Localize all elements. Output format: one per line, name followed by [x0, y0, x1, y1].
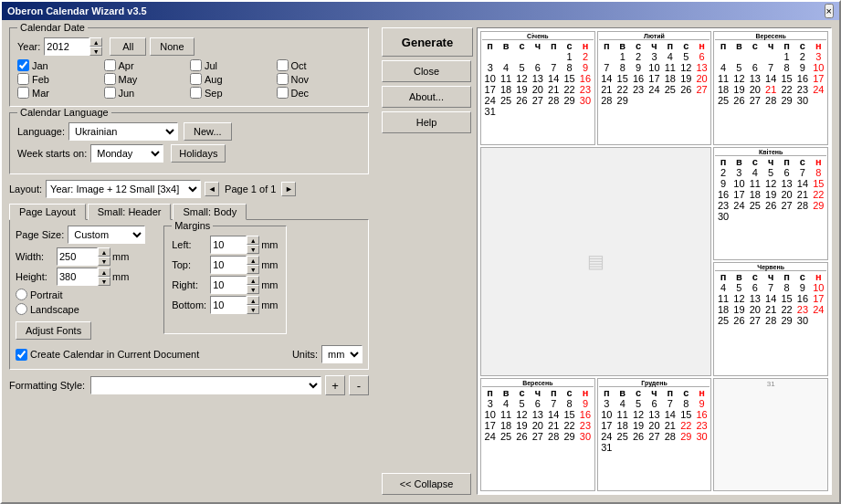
units-row: Units: mm	[292, 345, 363, 363]
month-aug-label: Aug	[205, 74, 223, 85]
month-dec-label: Dec	[291, 88, 310, 99]
page-next-button[interactable]: ►	[281, 182, 296, 196]
top-margin-input[interactable]	[210, 256, 247, 274]
year-up-button[interactable]: ▲	[89, 37, 102, 47]
window-close-button[interactable]: ×	[825, 4, 834, 18]
left-margin-down[interactable]: ▼	[247, 245, 259, 254]
right-margin-row: Right: ▲ ▼ mm	[172, 276, 278, 294]
landscape-row: Landscape	[16, 303, 145, 315]
month-apr-checkbox[interactable]	[104, 59, 116, 71]
page-prev-button[interactable]: ◄	[205, 182, 219, 196]
language-label: Language:	[17, 126, 65, 137]
month-nov: Nov	[277, 73, 352, 85]
landscape-option: Landscape	[16, 303, 79, 315]
about-button[interactable]: About...	[382, 86, 471, 108]
width-down[interactable]: ▼	[98, 257, 110, 266]
portrait-radio[interactable]	[16, 289, 27, 300]
margins-title: Margins	[172, 220, 213, 231]
layout-select[interactable]: Year: Image + 12 Small [3x4]	[46, 180, 201, 198]
top-margin-label: Top:	[172, 259, 210, 270]
month-feb-checkbox[interactable]	[17, 73, 29, 85]
month-dec-checkbox[interactable]	[277, 87, 289, 99]
month-jun-checkbox[interactable]	[104, 87, 116, 99]
month-aug-checkbox[interactable]	[190, 73, 202, 85]
adjust-fonts-button[interactable]: Adjust Fonts	[16, 321, 91, 340]
right-margin-up[interactable]: ▲	[247, 276, 259, 285]
month-jan-label: Jan	[32, 60, 48, 71]
units-select[interactable]: mm	[321, 345, 363, 363]
top-margin-up[interactable]: ▲	[247, 256, 259, 265]
year-input[interactable]	[44, 37, 89, 56]
calendar-date-group: Calendar Date Year: ▲ ▼ All None Ja	[9, 27, 369, 107]
portrait-label: Portrait	[30, 289, 62, 300]
month-aug: Aug	[190, 73, 266, 85]
width-up[interactable]: ▲	[98, 247, 110, 257]
width-unit: mm	[112, 251, 129, 262]
width-input[interactable]	[57, 247, 98, 266]
week-select[interactable]: Monday	[90, 144, 163, 163]
title-bar: Oberon Calendar Wizard v3.5 ×	[2, 2, 839, 20]
month-mar-checkbox[interactable]	[17, 87, 29, 99]
page-size-select[interactable]: Custom	[68, 226, 145, 244]
bottom-margin-label: Bottom:	[172, 299, 210, 310]
right-margin-down[interactable]: ▼	[247, 285, 259, 294]
all-button[interactable]: All	[110, 37, 146, 56]
height-spin: ▲ ▼	[98, 268, 110, 286]
formatting-add-button[interactable]: +	[325, 375, 345, 395]
spacer	[382, 137, 471, 469]
language-select[interactable]: Ukrainian	[68, 122, 178, 141]
layout-row: Layout: Year: Image + 12 Small [3x4] ◄ P…	[9, 180, 369, 198]
months-grid: Jan Apr Jul Oct Feb May Aug Nov Mar Jun …	[17, 59, 361, 99]
margins-group: Margins Left: ▲ ▼ mm Top:	[163, 226, 286, 334]
height-up[interactable]: ▲	[98, 268, 110, 277]
calendar-language-title: Calendar Language	[17, 107, 111, 118]
height-down[interactable]: ▼	[98, 277, 110, 286]
collapse-button[interactable]: << Collapse	[382, 473, 471, 495]
height-input[interactable]	[57, 268, 98, 286]
month-jul-checkbox[interactable]	[190, 59, 202, 71]
tab-small-body[interactable]: Small: Body	[173, 204, 247, 220]
year-down-button[interactable]: ▼	[89, 47, 102, 56]
bottom-margin-down[interactable]: ▼	[247, 305, 259, 314]
month-sep-checkbox[interactable]	[190, 87, 202, 99]
holidays-button[interactable]: Holidays	[171, 144, 226, 163]
right-margin-input[interactable]	[210, 276, 247, 294]
bottom-margin-up[interactable]: ▲	[247, 296, 259, 305]
generate-button[interactable]: Generate	[382, 27, 473, 57]
landscape-label: Landscape	[30, 304, 79, 315]
bottom-margin-input[interactable]	[210, 296, 247, 314]
close-main-button[interactable]: Close	[382, 60, 471, 82]
tab-bar: Page Layout Small: Header Small: Body	[9, 204, 369, 220]
create-checkbox[interactable]	[16, 349, 27, 361]
year-spin: ▲ ▼	[44, 37, 102, 56]
month-oct-checkbox[interactable]	[277, 59, 289, 71]
month-may-checkbox[interactable]	[104, 73, 116, 85]
top-margin-down[interactable]: ▼	[247, 265, 259, 274]
month-nov-checkbox[interactable]	[277, 73, 289, 85]
month-jul: Jul	[190, 59, 266, 71]
layout-label: Layout:	[9, 184, 42, 194]
tab-content-inner: Page Size: Custom Width: ▲ ▼	[16, 226, 363, 340]
page-size-label: Page Size:	[16, 229, 64, 240]
formatting-select[interactable]	[90, 376, 321, 394]
portrait-option: Portrait	[16, 289, 62, 300]
month-feb: Feb	[17, 73, 93, 85]
left-margin-up[interactable]: ▲	[247, 236, 259, 245]
help-button[interactable]: Help	[382, 111, 471, 133]
month-sep: Sep	[190, 87, 266, 99]
tab-small-header[interactable]: Small: Header	[88, 204, 172, 220]
month-jul-label: Jul	[205, 60, 217, 71]
formatting-remove-button[interactable]: -	[349, 375, 369, 395]
new-language-button[interactable]: New...	[184, 122, 232, 141]
month-sep-label: Sep	[205, 88, 223, 99]
month-jan-checkbox[interactable]	[17, 59, 29, 71]
height-label: Height:	[16, 271, 57, 282]
week-row: Week starts on: Monday Holidays	[17, 144, 361, 163]
month-mar-label: Mar	[32, 88, 49, 99]
none-button[interactable]: None	[150, 37, 194, 56]
tab-page-layout[interactable]: Page Layout	[9, 204, 86, 220]
language-row: Language: Ukrainian New...	[17, 122, 361, 141]
landscape-radio[interactable]	[16, 303, 27, 315]
left-margin-input[interactable]	[210, 236, 247, 254]
calendar-preview-panel: Січень п в с ч п с н 12 3456789 10111213…	[477, 27, 832, 495]
